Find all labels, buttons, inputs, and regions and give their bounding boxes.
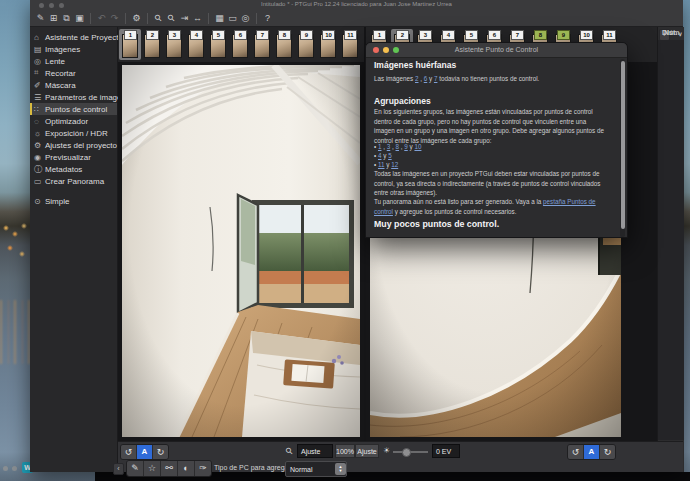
add-images-icon[interactable]: ⊞ (47, 12, 60, 25)
contrast-icon[interactable]: ◐ (178, 461, 195, 476)
window-titlebar[interactable]: Intitulado * - PTGui Pro 12.24 licenciad… (30, 0, 683, 10)
thumbnail-number: 7 (511, 30, 524, 40)
cp-list-panel: › (657, 27, 684, 472)
edit-point-icon[interactable]: ✑ (195, 461, 211, 476)
link-points-icon[interactable]: ⚯ (161, 461, 178, 476)
new-project-icon[interactable]: ✎ (34, 12, 47, 25)
redo-icon[interactable]: ↷ (108, 12, 121, 25)
add-point-icon[interactable]: ✎ (127, 461, 144, 476)
wallpaper-reflections (0, 300, 34, 364)
left-image-panel[interactable] (118, 62, 364, 441)
stepper-icon[interactable]: ▲▼ (335, 463, 346, 475)
rotate-left-button[interactable]: ↺ (568, 445, 584, 459)
popup-scrollbar-thumb[interactable] (621, 61, 625, 229)
sidebar-item-asistente-de-proyecto[interactable]: ⌂ Asistente de Proyecto (30, 31, 117, 43)
pc-type-dropdown[interactable]: Normal ▲▼ (285, 461, 347, 477)
rotate-right-button[interactable]: ↻ (600, 445, 615, 459)
panels-icon[interactable]: ▦ (213, 12, 226, 25)
sidebar-item-parametros-de-imagen[interactable]: ☰ Parámetros de imagen (30, 91, 117, 103)
sidebar-item-metadatos[interactable]: ⓘ Metadatos (30, 163, 117, 175)
thumbnail-left-5[interactable]: 5 (207, 29, 229, 60)
auto-button[interactable]: A (584, 445, 600, 459)
left-photo[interactable] (122, 65, 360, 437)
sidebar-label: Puntos de control (45, 105, 107, 114)
sidebar-label: Máscara (45, 81, 76, 90)
save-icon[interactable]: ▣ (73, 12, 86, 25)
ev-value-field[interactable]: 0 EV (432, 444, 460, 458)
thumbnail-number: 9 (300, 30, 313, 40)
thumbnail-number: 9 (557, 30, 570, 40)
sidebar-item-exposicion-hdr[interactable]: ☼ Exposición / HDR (30, 127, 117, 139)
thumbnail-left-8[interactable]: 8 (273, 29, 295, 60)
sidebar-item-previsualizar[interactable]: ◉ Previsualizar (30, 151, 117, 163)
gear-icon: ⚙ (34, 141, 45, 150)
crop-icon: ⌗ (34, 68, 45, 78)
popup-scrollbar[interactable] (620, 59, 625, 237)
undo-icon[interactable]: ↶ (95, 12, 108, 25)
thumbnail-left-3[interactable]: 3 (163, 29, 185, 60)
image-link-5[interactable]: 5 (388, 152, 392, 159)
rotate-left-button[interactable]: ↺ (121, 445, 137, 459)
thumbnail-number: 4 (190, 30, 203, 40)
thumbnail-left-9[interactable]: 9 (295, 29, 317, 60)
text: y (427, 75, 434, 82)
ev-slider-knob[interactable] (402, 448, 411, 457)
zoom-100-button[interactable]: 100% (335, 444, 355, 458)
zoom-fit-field[interactable]: Ajuste (297, 444, 333, 458)
cp-list-body[interactable] (658, 40, 684, 440)
sidebar-label: Exposición / HDR (45, 129, 108, 138)
favorite-icon[interactable]: ☆ (144, 461, 161, 476)
auto-button[interactable]: A (137, 445, 153, 459)
thumbnail-left-11[interactable]: 11 (339, 29, 361, 60)
cp-col-dist[interactable]: Dist. (662, 29, 677, 36)
thumbnail-number: 10 (580, 30, 593, 40)
image-link-12[interactable]: 12 (391, 161, 398, 168)
thumbnail-left-10[interactable]: 10 (317, 29, 339, 60)
thumbnail-left-6[interactable]: 6 (229, 29, 251, 60)
collapse-sidebar-icon[interactable]: ‹ (113, 463, 124, 475)
home-icon: ⌂ (34, 33, 45, 42)
sidebar-item-puntos-de-control[interactable]: ∷ Puntos de control (30, 103, 117, 115)
zoom-fit-button[interactable]: Ajuste (355, 444, 379, 458)
lens-icon: ◎ (34, 57, 45, 66)
left-rotate-group: ↺ A ↻ (120, 444, 169, 460)
text: y agregue los puntos de control necesari… (393, 208, 517, 215)
sidebar-item-simple[interactable]: ⊙ Simple (30, 195, 117, 207)
thumbnail-number: 2 (146, 30, 159, 40)
copy-icon[interactable]: ⧉ (60, 12, 73, 25)
rotate-right-button[interactable]: ↻ (153, 445, 168, 459)
thumbnail-left-2[interactable]: 2 (141, 29, 163, 60)
dock-dot[interactable] (3, 466, 8, 471)
linked-note: Todas las imágenes en un proyecto PTGui … (374, 169, 606, 198)
dock-dot[interactable] (12, 466, 17, 471)
sidebar-item-lente[interactable]: ◎ Lente (30, 55, 117, 67)
detail-light-icon[interactable]: ◎ (239, 12, 252, 25)
thumbnail-number: 6 (488, 30, 501, 40)
sidebar-item-crear-panorama[interactable]: ▭ Crear Panorama (30, 175, 117, 187)
sidebar-item-imagenes[interactable]: ▤ Imágenes (30, 43, 117, 55)
toolbar-separator (125, 13, 126, 24)
image-link-10[interactable]: 10 (414, 143, 421, 150)
sidebar-label: Previsualizar (45, 153, 91, 162)
groups-intro: En los siguientes grupos, las imágenes e… (374, 107, 606, 145)
thumbnail-number: 11 (344, 30, 357, 40)
toolbar-separator (256, 13, 257, 24)
sidebar-item-recortar[interactable]: ⌗ Recortar (30, 67, 117, 79)
sort-caret-icon[interactable]: ∨ (678, 30, 682, 37)
preview-icon[interactable]: ▭ (226, 12, 239, 25)
sidebar-item-ajustes-del-proyecto[interactable]: ⚙ Ajustes del proyecto (30, 139, 117, 151)
sidebar-item-mascara[interactable]: ✐ Máscara (30, 79, 117, 91)
thumbnail-left-1[interactable]: 1 (119, 29, 141, 60)
help-icon[interactable]: ? (261, 12, 274, 25)
sidebar: ⌂ Asistente de Proyecto ▤ Imágenes ◎ Len… (30, 27, 118, 472)
thumbnail-left-7[interactable]: 7 (251, 29, 273, 60)
settings-icon[interactable]: ⚙ (130, 12, 143, 25)
popup-titlebar[interactable]: Asistente Punto de Control (366, 43, 627, 58)
sidebar-label: Parámetros de imagen (45, 93, 126, 102)
thumbnail-number: 4 (442, 30, 455, 40)
thumbnail-left-4[interactable]: 4 (185, 29, 207, 60)
thumbnail-number: 1 (124, 30, 137, 40)
text: todavía no tienen puntos de control. (437, 75, 539, 82)
fit-window-icon[interactable]: ↔ (191, 12, 204, 25)
sidebar-item-optimizador[interactable]: ◌ Optimizador (30, 115, 117, 127)
